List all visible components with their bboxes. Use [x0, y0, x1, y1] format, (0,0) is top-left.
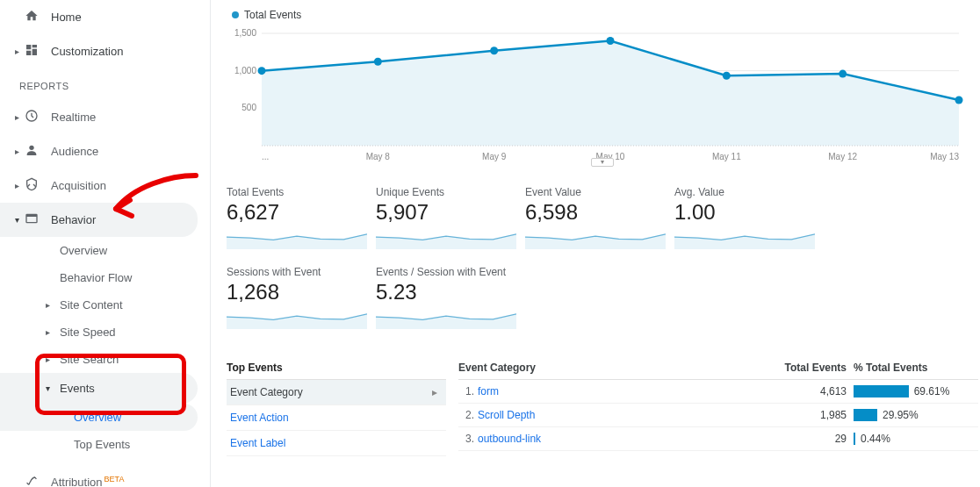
attribution-icon [21, 474, 42, 487]
svg-text:May 9: May 9 [482, 152, 507, 161]
beta-badge: BETA [104, 475, 125, 483]
svg-point-1 [29, 146, 33, 150]
caret-down-icon: ▾ [46, 383, 54, 393]
metric-unique-events[interactable]: Unique Events5,907 [376, 186, 516, 252]
row-category-link[interactable]: outbound-link [478, 433, 750, 445]
metric-total-events[interactable]: Total Events6,627 [227, 186, 367, 252]
sub-events-top[interactable]: Top Events [0, 431, 210, 458]
svg-point-23 [955, 96, 963, 104]
pct-bar [854, 433, 855, 445]
metric-sessions-with-event[interactable]: Sessions with Event1,268 [227, 266, 367, 332]
row-pct: 0.44% [847, 433, 978, 445]
svg-point-21 [723, 72, 731, 80]
caret-icon: ▸ [12, 47, 21, 56]
nav-customization[interactable]: ▸ Customization [0, 34, 210, 68]
metric-event-value[interactable]: Event Value6,598 [525, 186, 666, 252]
svg-text:May 12: May 12 [828, 152, 857, 161]
sub-site-content[interactable]: ▸Site Content [0, 291, 210, 319]
pct-text: 29.95% [883, 409, 919, 421]
metric-avg-value[interactable]: Avg. Value1.00 [674, 186, 815, 252]
dimension-row[interactable]: Event Category▸ [227, 380, 446, 405]
svg-text:...: ... [262, 152, 269, 161]
nav-realtime-label: Realtime [51, 111, 96, 124]
sparkline [227, 308, 367, 329]
home-icon [21, 9, 42, 25]
nav-realtime[interactable]: ▸ Realtime [0, 100, 210, 134]
sub-events[interactable]: ▾Events [0, 373, 198, 404]
top-events-header: Top Events [227, 356, 446, 380]
row-index: 2. [458, 409, 478, 421]
sparkline [227, 228, 367, 249]
caret-icon: ▸ [12, 147, 21, 156]
sub-site-speed[interactable]: ▸Site Speed [0, 319, 210, 346]
svg-point-20 [607, 37, 615, 45]
row-total: 1,985 [750, 409, 847, 421]
caret-down-icon: ▾ [12, 215, 21, 225]
nav-acquisition[interactable]: ▸ Acquisition [0, 168, 210, 203]
dimension-label: Event Label [230, 437, 285, 449]
th-total-events[interactable]: Total Events [750, 362, 847, 374]
nav-attribution[interactable]: AttributionBETA [0, 465, 210, 487]
nav-attribution-label: AttributionBETA [51, 475, 124, 487]
clock-icon [21, 109, 42, 125]
table-row: 3. outbound-link 29 0.44% [458, 427, 978, 451]
sidebar: Home ▸ Customization REPORTS ▸ Realtime … [0, 0, 211, 487]
row-pct: 69.61% [847, 385, 978, 397]
svg-point-19 [490, 47, 498, 54]
pct-text: 69.61% [914, 385, 950, 397]
sub-site-search[interactable]: ▸Site Search [0, 346, 210, 373]
sub-events-overview[interactable]: Overview [0, 404, 198, 431]
svg-rect-3 [26, 214, 37, 217]
pct-bar [854, 409, 877, 421]
row-category-link[interactable]: Scroll Depth [478, 409, 750, 421]
table-row: 2. Scroll Depth 1,985 29.95% [458, 404, 978, 427]
nav-customization-label: Customization [51, 45, 123, 58]
svg-text:500: 500 [241, 103, 256, 112]
nav-home[interactable]: Home [0, 0, 210, 34]
svg-point-18 [374, 58, 382, 66]
sub-overview[interactable]: Overview [0, 237, 210, 264]
events-table: Event Category Total Events % Total Even… [458, 356, 978, 456]
dimension-row[interactable]: Event Action [227, 405, 446, 431]
chart-legend[interactable]: Total Events [227, 0, 978, 25]
caret-icon: ▸ [12, 181, 21, 190]
row-category-link[interactable]: form [478, 385, 750, 397]
table-row: 1. form 4,613 69.61% [458, 380, 978, 404]
legend-dot-icon [232, 11, 239, 18]
caret-icon: ▸ [46, 327, 54, 337]
main-chart[interactable]: 5001,0001,500...May 8May 9May 10May 11Ma… [227, 25, 978, 165]
th-category[interactable]: Event Category [458, 362, 750, 374]
sparkline [674, 228, 815, 249]
nav-home-label: Home [51, 11, 82, 24]
legend-label: Total Events [244, 9, 301, 21]
th-pct-events[interactable]: % Total Events [847, 362, 978, 374]
row-total: 29 [750, 433, 847, 445]
svg-text:1,500: 1,500 [234, 28, 256, 38]
dimension-selector: Top Events Event Category▸Event ActionEv… [227, 356, 446, 456]
sub-behavior-flow[interactable]: Behavior Flow [0, 264, 210, 291]
nav-behavior[interactable]: ▾ Behavior [0, 203, 198, 237]
chart-handle-icon[interactable]: ▾ [591, 158, 614, 167]
row-pct: 29.95% [847, 409, 978, 421]
nav-audience[interactable]: ▸ Audience [0, 134, 210, 168]
metric-events-per-session[interactable]: Events / Session with Event5.23 [376, 266, 534, 332]
svg-text:May 11: May 11 [712, 152, 741, 161]
person-icon [21, 143, 42, 160]
main-content: Total Events 5001,0001,500...May 8May 9M… [211, 0, 980, 487]
sparkline [525, 228, 666, 249]
reports-header: REPORTS [0, 68, 210, 100]
row-total: 4,613 [750, 385, 847, 397]
sparkline [376, 228, 516, 249]
svg-point-17 [258, 67, 266, 75]
nav-behavior-label: Behavior [51, 213, 96, 226]
caret-icon: ▸ [46, 355, 54, 364]
caret-icon: ▸ [46, 300, 54, 310]
chevron-right-icon: ▸ [432, 386, 437, 398]
dashboard-icon [21, 43, 42, 60]
row-index: 3. [458, 433, 478, 445]
row-index: 1. [458, 385, 478, 397]
dimension-row[interactable]: Event Label [227, 431, 446, 456]
acquisition-icon [21, 177, 42, 194]
pct-bar [854, 385, 909, 397]
sparkline [376, 308, 516, 329]
